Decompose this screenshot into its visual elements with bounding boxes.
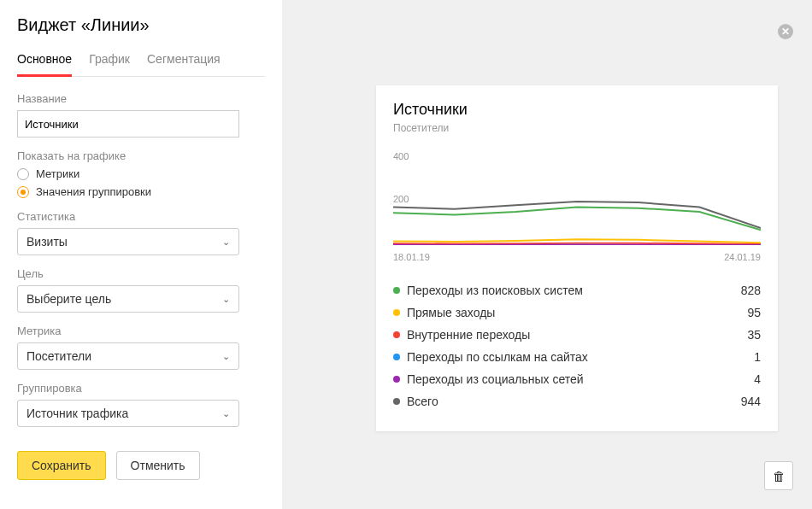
legend-value: 35	[747, 328, 761, 342]
legend-dot-icon	[393, 354, 400, 360]
tab-main[interactable]: Основное	[17, 52, 72, 77]
legend-dot-icon	[393, 287, 400, 294]
legend-row: Переходы из поисковых систем828	[393, 279, 761, 301]
tab-segmentation[interactable]: Сегментация	[147, 52, 221, 76]
name-input[interactable]	[17, 110, 239, 137]
legend-row: Переходы из социальных сетей4	[393, 368, 761, 390]
chart-svg	[393, 160, 761, 245]
radio-grouping-label: Значения группировки	[36, 185, 151, 198]
delete-button[interactable]: 🗑	[764, 461, 793, 490]
chevron-down-icon: ⌄	[222, 408, 230, 419]
chevron-down-icon: ⌄	[222, 294, 230, 305]
show-radio-group: Метрики Значения группировки	[17, 167, 265, 198]
preview-subtitle: Посетители	[393, 122, 761, 134]
grouping-label: Группировка	[17, 382, 265, 395]
legend-row: Внутренние переходы35	[393, 324, 761, 346]
radio-metrics-label: Метрики	[36, 167, 79, 180]
name-label: Название	[17, 92, 265, 105]
radio-icon	[17, 186, 29, 198]
radio-icon	[17, 168, 29, 180]
legend-value: 95	[747, 306, 761, 319]
goal-label: Цель	[17, 267, 265, 280]
sidebar-panel: Виджет «Линии» Основное График Сегментац…	[0, 0, 282, 509]
legend-value: 828	[741, 284, 761, 297]
legend-row: Переходы по ссылкам на сайтах1	[393, 346, 761, 368]
legend-label: Внутренние переходы	[407, 328, 530, 342]
save-button[interactable]: Сохранить	[17, 451, 106, 480]
legend-dot-icon	[393, 376, 400, 383]
legend-row: Прямые заходы95	[393, 301, 761, 324]
radio-grouping[interactable]: Значения группировки	[17, 185, 265, 198]
legend-label: Переходы из социальных сетей	[407, 372, 584, 386]
preview-title: Источники	[393, 101, 761, 119]
statistic-value: Визиты	[26, 235, 68, 249]
legend-label: Переходы из поисковых систем	[407, 284, 583, 297]
tab-graph[interactable]: График	[89, 52, 130, 76]
cancel-button[interactable]: Отменить	[116, 451, 200, 480]
legend-dot-icon	[393, 309, 400, 316]
close-icon: ✕	[778, 24, 793, 39]
chevron-down-icon: ⌄	[222, 351, 230, 362]
x-end: 24.01.19	[724, 252, 761, 262]
chevron-down-icon: ⌄	[222, 237, 230, 248]
legend-dot-icon	[393, 331, 400, 338]
legend-value: 4	[754, 372, 761, 386]
show-on-chart-label: Показать на графике	[17, 149, 265, 162]
legend-label: Прямые заходы	[407, 306, 495, 319]
legend-label: Переходы по ссылкам на сайтах	[407, 350, 588, 364]
statistic-select[interactable]: Визиты ⌄	[17, 228, 239, 255]
legend-dot-icon	[393, 398, 400, 405]
x-start: 18.01.19	[393, 252, 430, 262]
legend: Переходы из поисковых систем828Прямые за…	[393, 279, 761, 412]
metric-label: Метрика	[17, 325, 265, 337]
tabs: Основное График Сегментация	[17, 52, 265, 77]
metric-select[interactable]: Посетители ⌄	[17, 342, 239, 370]
close-button[interactable]: ✕	[778, 24, 793, 39]
radio-metrics[interactable]: Метрики	[17, 167, 265, 180]
legend-row: Всего944	[393, 390, 761, 412]
legend-label: Всего	[407, 395, 438, 408]
preview-card: Источники Посетители 400 200 18.01.19 24…	[376, 85, 778, 431]
goal-value: Выберите цель	[26, 292, 111, 306]
widget-title: Виджет «Линии»	[17, 15, 265, 35]
button-row: Сохранить Отменить	[17, 451, 265, 480]
line-chart: 400 200 18.01.19 24.01.19	[393, 151, 761, 262]
goal-select[interactable]: Выберите цель ⌄	[17, 285, 239, 313]
grouping-select[interactable]: Источник трафика ⌄	[17, 400, 239, 427]
grouping-value: Источник трафика	[26, 407, 128, 420]
legend-value: 944	[741, 395, 761, 408]
metric-value: Посетители	[26, 349, 91, 363]
trash-icon: 🗑	[773, 469, 786, 483]
legend-value: 1	[754, 350, 761, 364]
statistic-label: Статистика	[17, 210, 265, 223]
